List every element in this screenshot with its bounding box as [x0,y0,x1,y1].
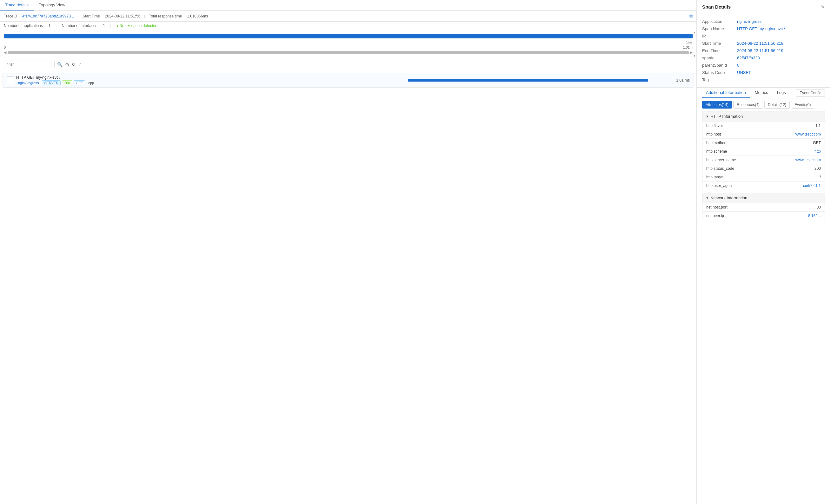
span-field-value-application[interactable]: nginx-ingress [737,19,825,24]
target-icon[interactable]: ⊙ [65,62,69,68]
attr-key-http-user-agent: http.user_agent [706,184,803,188]
attr-value-net-host-port: 80 [817,205,821,210]
sub-tabs: Attributes(14) Resources(4) Details(12) … [697,98,830,111]
attr-row-http-status-code: http.status_code 200 [702,164,825,172]
attr-row-http-host: http.host www.test.ccom [702,130,825,138]
attr-key-http-target: http.target [706,175,820,179]
span-field-value-spanid[interactable]: 62ff47ffa328... [737,56,825,60]
trace-rows: HTTP GET my-nginx-svc / nginx-ingress SE… [0,71,696,90]
attr-key-http-server-name: http.server_name [706,158,795,162]
span-field-value-endtime[interactable]: 2024-08-22 11:51:56.219 [737,48,825,53]
scroll-right-arrow[interactable]: ▶ [690,51,693,55]
span-field-tag: Tag [702,76,825,84]
span-details-header: Span Details ✕ [697,0,830,14]
num-apps-value: 1 [49,24,51,28]
span-field-value-tag [737,77,825,82]
scrollbar-thumb [8,51,689,54]
trace-info-bar: TraceID 4f1f41bc77a723abd21a9973... | St… [0,11,696,22]
span-field-value-spanname[interactable]: HTTP GET my-nginx-svc / [737,26,825,31]
trace-row-bar-area [98,79,671,82]
span-details-title: Span Details [702,4,731,9]
tab-topology-view[interactable]: Topology View [34,0,70,10]
sub-tab-attributes[interactable]: Attributes(14) [702,101,732,108]
trace-row-info: HTTP GET my-nginx-svc / nginx-ingress SE… [16,75,96,85]
http-section-title: HTTP Information [710,114,743,119]
span-field-value-ip [737,34,825,38]
span-fields: Application nginx-ingress Span Name HTTP… [697,14,830,88]
event-config-button[interactable]: Event Config [796,89,825,97]
app-container: Trace details Topology View TraceID 4f1f… [0,0,830,504]
span-field-value-parentspanid[interactable]: 0 [737,63,825,68]
start-time-value: 2024-08-22 11:51:56 [105,14,140,19]
timeline-scale: 0 1.01m [0,45,696,50]
span-field-ip: IP [702,32,825,40]
span-field-value-statuscode[interactable]: UNSET [737,70,825,75]
network-section-header[interactable]: ▾ Network Information [702,193,825,203]
attr-value-net-peer-ip[interactable]: 8.152... [808,214,821,218]
attr-key-http-host: http.host [706,132,795,136]
refresh-icon[interactable]: ↻ [72,62,75,67]
table-row[interactable]: HTTP GET my-nginx-svc / nginx-ingress SE… [3,73,694,88]
attr-value-http-user-agent[interactable]: curl/7.61.1 [803,184,821,188]
attr-row-http-method: http.method GET [702,138,825,147]
attr-value-http-flavor: 1.1 [816,123,821,128]
main-panel: Trace details Topology View TraceID 4f1f… [0,0,697,504]
external-link-icon[interactable]: ⧉ [690,13,693,19]
total-response-label: Total response time [149,14,182,19]
trace-row-time: 1.01 ms [676,78,690,83]
span-field-statuscode: Status Code UNSET [702,69,825,76]
filter-input[interactable] [4,61,55,68]
right-tabs: Additional Information Metrics Logs Even… [697,88,830,98]
close-button[interactable]: ✕ [821,4,825,10]
span-field-application: Application nginx-ingress [702,18,825,25]
right-panel: Span Details ✕ Application nginx-ingress… [697,0,830,504]
span-field-label-spanid: spanId [702,56,737,60]
timeline-main-bar [4,34,693,38]
num-interfaces-value: 1 [103,24,105,28]
attr-key-net-peer-ip: net.peer.ip [706,214,808,218]
timeline-area: 1ms 0 1.01m ◀ ▶ [0,30,696,58]
network-information-section: ▾ Network Information net.host.port 80 n… [702,193,825,220]
attr-row-http-scheme: http.scheme http [702,147,825,156]
span-field-parentspanid: parentSpanId 0 [702,62,825,69]
attr-value-http-method: GET [813,140,821,145]
attr-value-http-host[interactable]: www.test.ccom [795,132,821,136]
expand-icon[interactable]: ⤢ [78,62,82,67]
meta-bar: Number of applications 1 | Number of Int… [0,22,696,30]
attr-key-http-status-code: http.status_code [706,166,815,171]
badge-status: 200 [62,80,72,85]
span-field-label-endtime: End Time [702,48,737,53]
trace-row-name: HTTP GET my-nginx-svc / [16,75,96,80]
timeline-wrapper: 1ms 0 1.01m ◀ ▶ ▲ ▼ [0,30,696,58]
sub-tab-resources[interactable]: Resources(4) [733,101,763,108]
badge-server: SERVER [42,80,61,85]
right-content: ▾ HTTP Information http.flavor 1.1 http.… [697,111,830,228]
badge-method: GET [74,80,85,85]
vertical-scrollbar[interactable]: ▲ ▼ [693,30,696,58]
span-field-label-tag: Tag [702,77,737,82]
tab-metrics[interactable]: Metrics [751,88,772,98]
timeline-scrollbar[interactable] [8,51,689,54]
search-icon[interactable]: 🔍 [57,62,63,67]
span-field-spanname: Span Name HTTP GET my-nginx-svc / [702,25,825,32]
timeline-label-right: 1ms [686,40,693,44]
scroll-left-arrow[interactable]: ◀ [4,51,6,55]
sub-tab-events[interactable]: Events(0) [791,101,814,108]
attr-key-http-flavor: http.flavor [706,123,816,128]
trace-row-left: HTTP GET my-nginx-svc / nginx-ingress SE… [7,75,96,85]
attr-value-http-scheme[interactable]: http [815,149,821,154]
tab-bar: Trace details Topology View [0,0,696,11]
tab-additional-information[interactable]: Additional Information [702,88,750,98]
network-section-title: Network Information [710,195,747,200]
attr-value-http-server-name[interactable]: www.test.ccom [795,158,821,162]
span-field-value-starttime[interactable]: 2024-08-22 11:51:56.218 [737,41,825,46]
tab-logs[interactable]: Logs [773,88,790,98]
tab-trace-details[interactable]: Trace details [0,0,34,10]
trace-bar [408,79,648,82]
http-section-header[interactable]: ▾ HTTP Information [702,112,825,121]
span-field-label-spanname: Span Name [702,26,737,31]
badge-app: nginx-ingress [16,81,41,85]
sub-tab-details[interactable]: Details(12) [764,101,790,108]
span-field-label-statuscode: Status Code [702,70,737,75]
attr-row-net-host-port: net.host.port 80 [702,203,825,211]
